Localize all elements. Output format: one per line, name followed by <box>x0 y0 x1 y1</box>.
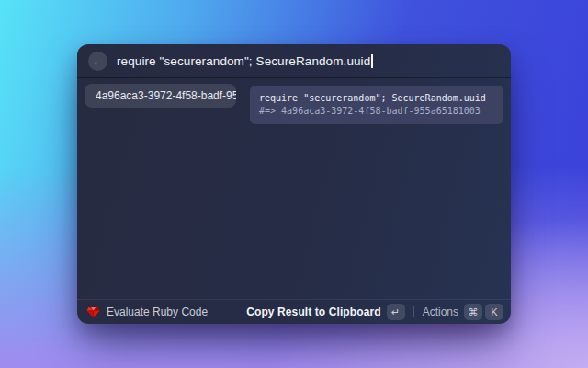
back-button[interactable]: ← <box>88 52 107 71</box>
search-query-text: require "securerandom"; SecureRandom.uui… <box>117 54 370 68</box>
list-item[interactable]: 4a96aca3-3972-4f58-badf-955... <box>85 84 236 108</box>
search-input[interactable]: require "securerandom"; SecureRandom.uui… <box>117 54 500 68</box>
copy-result-label: Copy Result to Clipboard <box>246 305 380 318</box>
footer-actions: Copy Result to Clipboard ↵ Actions ⌘ K <box>246 302 503 322</box>
back-arrow-icon: ← <box>92 54 104 68</box>
command-name-label: Evaluate Ruby Code <box>107 305 208 318</box>
launcher-window: ← require "securerandom"; SecureRandom.u… <box>77 44 511 324</box>
actions-button[interactable]: Actions ⌘ K <box>423 302 503 322</box>
enter-key-icon: ↵ <box>387 304 405 320</box>
footer-divider <box>413 306 414 317</box>
actions-shortcut: ⌘ K <box>464 304 503 320</box>
results-list: 4a96aca3-3972-4f58-badf-955... <box>77 78 243 299</box>
detail-panel: require "securerandom"; SecureRandom.uui… <box>243 78 511 299</box>
content-area: 4a96aca3-3972-4f58-badf-955... require "… <box>77 78 511 299</box>
ruby-gem-icon <box>86 305 100 319</box>
list-item-title: 4a96aca3-3972-4f58-badf-955... <box>96 89 236 102</box>
copy-result-button[interactable]: Copy Result to Clipboard ↵ <box>246 302 404 322</box>
command-key-icon: ⌘ <box>464 304 482 320</box>
app-chip: Evaluate Ruby Code <box>84 305 210 319</box>
footer-bar: Evaluate Ruby Code Copy Result to Clipbo… <box>77 299 511 324</box>
k-key-icon: K <box>485 304 503 320</box>
actions-label: Actions <box>423 305 458 318</box>
code-result-block: require "securerandom"; SecureRandom.uui… <box>250 86 503 124</box>
code-line-output: #=> 4a96aca3-3972-4f58-badf-955a65181003 <box>259 105 494 118</box>
code-line-input: require "securerandom"; SecureRandom.uui… <box>259 92 494 105</box>
search-bar: ← require "securerandom"; SecureRandom.u… <box>77 44 511 78</box>
text-caret <box>371 54 373 68</box>
